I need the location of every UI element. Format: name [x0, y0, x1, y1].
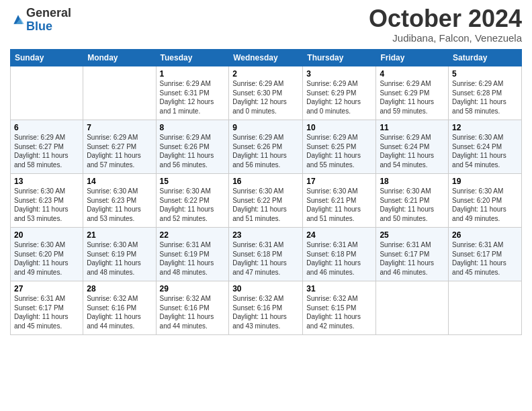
day-info: Sunrise: 6:32 AM Sunset: 6:16 PM Dayligh…	[232, 294, 299, 330]
header-tuesday: Tuesday	[156, 50, 229, 66]
day-info: Sunrise: 6:31 AM Sunset: 6:18 PM Dayligh…	[232, 240, 299, 277]
calendar-cell: 19Sunrise: 6:30 AM Sunset: 6:20 PM Dayli…	[449, 174, 522, 228]
calendar-cell: 5Sunrise: 6:29 AM Sunset: 6:28 PM Daylig…	[449, 66, 522, 120]
day-number: 30	[232, 284, 299, 293]
day-info: Sunrise: 6:31 AM Sunset: 6:17 PM Dayligh…	[14, 294, 79, 330]
calendar-header-row: Sunday Monday Tuesday Wednesday Thursday…	[11, 50, 522, 66]
day-info: Sunrise: 6:30 AM Sunset: 6:23 PM Dayligh…	[14, 187, 79, 223]
day-number: 27	[14, 284, 79, 293]
header-friday: Friday	[376, 50, 449, 66]
logo: General Blue	[10, 7, 71, 34]
calendar-cell: 23Sunrise: 6:31 AM Sunset: 6:18 PM Dayli…	[229, 228, 303, 281]
day-number: 3	[306, 69, 372, 79]
calendar-cell: 17Sunrise: 6:30 AM Sunset: 6:21 PM Dayli…	[303, 174, 376, 228]
day-info: Sunrise: 6:30 AM Sunset: 6:20 PM Dayligh…	[452, 187, 518, 223]
calendar-cell: 27Sunrise: 6:31 AM Sunset: 6:17 PM Dayli…	[11, 281, 83, 335]
day-number: 14	[87, 177, 152, 186]
day-info: Sunrise: 6:30 AM Sunset: 6:22 PM Dayligh…	[160, 187, 226, 223]
day-info: Sunrise: 6:31 AM Sunset: 6:19 PM Dayligh…	[160, 240, 226, 277]
day-info: Sunrise: 6:30 AM Sunset: 6:21 PM Dayligh…	[306, 187, 372, 223]
calendar-cell: 3Sunrise: 6:29 AM Sunset: 6:29 PM Daylig…	[303, 66, 376, 120]
calendar-cell: 6Sunrise: 6:29 AM Sunset: 6:27 PM Daylig…	[11, 120, 83, 174]
day-number: 25	[380, 230, 445, 240]
calendar-cell: 16Sunrise: 6:30 AM Sunset: 6:22 PM Dayli…	[229, 174, 303, 228]
calendar-cell	[449, 281, 522, 335]
calendar-week-row-4: 20Sunrise: 6:30 AM Sunset: 6:20 PM Dayli…	[11, 228, 522, 281]
day-number: 1	[160, 69, 226, 79]
day-number: 22	[160, 230, 226, 240]
day-number: 4	[380, 69, 445, 79]
calendar-cell: 21Sunrise: 6:30 AM Sunset: 6:19 PM Dayli…	[83, 228, 156, 281]
header-wednesday: Wednesday	[229, 50, 303, 66]
calendar-cell: 20Sunrise: 6:30 AM Sunset: 6:20 PM Dayli…	[11, 228, 83, 281]
day-info: Sunrise: 6:30 AM Sunset: 6:20 PM Dayligh…	[14, 240, 79, 277]
day-number: 7	[87, 123, 152, 132]
day-number: 26	[452, 230, 518, 240]
day-info: Sunrise: 6:31 AM Sunset: 6:17 PM Dayligh…	[452, 240, 518, 277]
day-info: Sunrise: 6:29 AM Sunset: 6:30 PM Dayligh…	[232, 79, 299, 116]
day-info: Sunrise: 6:29 AM Sunset: 6:24 PM Dayligh…	[380, 133, 445, 169]
day-number: 16	[232, 177, 299, 186]
calendar-cell: 30Sunrise: 6:32 AM Sunset: 6:16 PM Dayli…	[229, 281, 303, 335]
calendar-cell: 8Sunrise: 6:29 AM Sunset: 6:26 PM Daylig…	[156, 120, 229, 174]
day-info: Sunrise: 6:29 AM Sunset: 6:31 PM Dayligh…	[160, 79, 226, 116]
day-number: 23	[232, 230, 299, 240]
day-number: 10	[306, 123, 372, 132]
calendar-cell: 10Sunrise: 6:29 AM Sunset: 6:25 PM Dayli…	[303, 120, 376, 174]
day-number: 13	[14, 177, 79, 186]
calendar-cell: 24Sunrise: 6:31 AM Sunset: 6:18 PM Dayli…	[303, 228, 376, 281]
day-info: Sunrise: 6:29 AM Sunset: 6:28 PM Dayligh…	[452, 79, 518, 116]
calendar-cell: 22Sunrise: 6:31 AM Sunset: 6:19 PM Dayli…	[156, 228, 229, 281]
calendar-cell: 13Sunrise: 6:30 AM Sunset: 6:23 PM Dayli…	[11, 174, 83, 228]
day-info: Sunrise: 6:30 AM Sunset: 6:21 PM Dayligh…	[380, 187, 445, 223]
day-number: 17	[306, 177, 372, 186]
day-number: 31	[306, 284, 372, 293]
day-info: Sunrise: 6:29 AM Sunset: 6:27 PM Dayligh…	[87, 133, 152, 169]
calendar-cell: 4Sunrise: 6:29 AM Sunset: 6:29 PM Daylig…	[376, 66, 449, 120]
day-info: Sunrise: 6:29 AM Sunset: 6:29 PM Dayligh…	[306, 79, 372, 116]
calendar-table: Sunday Monday Tuesday Wednesday Thursday…	[10, 49, 522, 335]
day-number: 18	[380, 177, 445, 186]
calendar-cell: 2Sunrise: 6:29 AM Sunset: 6:30 PM Daylig…	[229, 66, 303, 120]
day-number: 15	[160, 177, 226, 186]
day-info: Sunrise: 6:31 AM Sunset: 6:18 PM Dayligh…	[306, 240, 372, 277]
day-info: Sunrise: 6:29 AM Sunset: 6:29 PM Dayligh…	[380, 79, 445, 116]
calendar-week-row-1: 1Sunrise: 6:29 AM Sunset: 6:31 PM Daylig…	[11, 66, 522, 120]
calendar-cell: 25Sunrise: 6:31 AM Sunset: 6:17 PM Dayli…	[376, 228, 449, 281]
header-monday: Monday	[83, 50, 156, 66]
calendar-cell	[376, 281, 449, 335]
day-info: Sunrise: 6:30 AM Sunset: 6:23 PM Dayligh…	[87, 187, 152, 223]
day-info: Sunrise: 6:29 AM Sunset: 6:27 PM Dayligh…	[14, 133, 79, 169]
title-section: October 2024 Judibana, Falcon, Venezuela	[369, 7, 522, 44]
calendar-cell: 11Sunrise: 6:29 AM Sunset: 6:24 PM Dayli…	[376, 120, 449, 174]
page-container: General Blue October 2024 Judibana, Falc…	[0, 0, 532, 342]
day-number: 6	[14, 123, 79, 132]
day-info: Sunrise: 6:29 AM Sunset: 6:26 PM Dayligh…	[232, 133, 299, 169]
day-info: Sunrise: 6:31 AM Sunset: 6:17 PM Dayligh…	[380, 240, 445, 277]
logo-blue-text: Blue	[26, 20, 71, 34]
day-number: 29	[160, 284, 226, 293]
calendar-cell: 15Sunrise: 6:30 AM Sunset: 6:22 PM Dayli…	[156, 174, 229, 228]
calendar-cell: 31Sunrise: 6:32 AM Sunset: 6:15 PM Dayli…	[303, 281, 376, 335]
calendar-cell: 26Sunrise: 6:31 AM Sunset: 6:17 PM Dayli…	[449, 228, 522, 281]
logo-general-text: General	[26, 7, 71, 20]
day-number: 11	[380, 123, 445, 132]
day-info: Sunrise: 6:32 AM Sunset: 6:15 PM Dayligh…	[306, 294, 372, 330]
day-number: 12	[452, 123, 518, 132]
day-info: Sunrise: 6:30 AM Sunset: 6:22 PM Dayligh…	[232, 187, 299, 223]
calendar-cell: 14Sunrise: 6:30 AM Sunset: 6:23 PM Dayli…	[83, 174, 156, 228]
day-number: 2	[232, 69, 299, 79]
day-info: Sunrise: 6:32 AM Sunset: 6:16 PM Dayligh…	[87, 294, 152, 330]
calendar-cell: 18Sunrise: 6:30 AM Sunset: 6:21 PM Dayli…	[376, 174, 449, 228]
day-number: 5	[452, 69, 518, 79]
logo-icon	[11, 13, 25, 26]
calendar-cell: 9Sunrise: 6:29 AM Sunset: 6:26 PM Daylig…	[229, 120, 303, 174]
day-info: Sunrise: 6:30 AM Sunset: 6:24 PM Dayligh…	[452, 133, 518, 169]
calendar-week-row-3: 13Sunrise: 6:30 AM Sunset: 6:23 PM Dayli…	[11, 174, 522, 228]
location: Judibana, Falcon, Venezuela	[369, 32, 522, 44]
month-title: October 2024	[369, 7, 522, 31]
header-thursday: Thursday	[303, 50, 376, 66]
day-number: 9	[232, 123, 299, 132]
day-number: 8	[160, 123, 226, 132]
day-number: 24	[306, 230, 372, 240]
